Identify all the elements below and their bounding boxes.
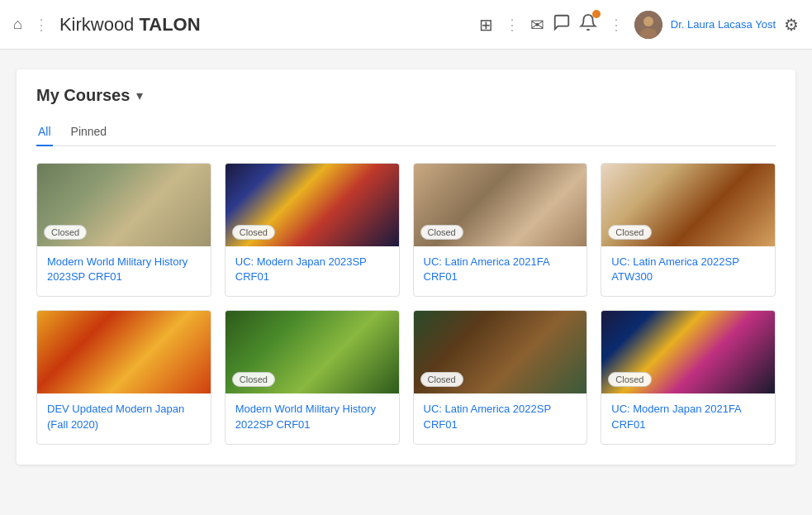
- content-card: My Courses ▾ All Pinned ClosedModern Wor…: [17, 69, 795, 465]
- home-icon[interactable]: ⌂: [13, 16, 22, 33]
- avatar[interactable]: [634, 11, 662, 39]
- header-left: ⌂ ⋮ Kirkwood TALON: [13, 14, 201, 36]
- course-card[interactable]: ClosedUC: Modern Japan 2023SP CRF01: [225, 163, 400, 297]
- course-card[interactable]: ClosedModern World Military History 2023…: [36, 163, 211, 297]
- course-name[interactable]: UC: Modern Japan 2023SP CRF01: [235, 255, 389, 284]
- course-card[interactable]: ClosedUC: Latin America 2022SP CRF01: [413, 310, 588, 444]
- app-header: ⌂ ⋮ Kirkwood TALON ⊞ ⋮ ✉ ⋮: [0, 0, 812, 50]
- logo-bold: TALON: [139, 14, 200, 35]
- status-badge: Closed: [232, 372, 275, 387]
- course-info: Modern World Military History 2022SP CRF…: [226, 393, 399, 443]
- course-name[interactable]: Modern World Military History 2022SP CRF…: [235, 402, 389, 432]
- courses-title: My Courses: [36, 86, 130, 105]
- header-divider-2: ⋮: [505, 16, 519, 34]
- course-thumbnail: Closed: [414, 311, 587, 393]
- course-info: UC: Latin America 2022SP ATW300: [601, 246, 775, 296]
- course-card[interactable]: ClosedModern World Military History 2022…: [225, 310, 400, 444]
- course-card[interactable]: ClosedUC: Latin America 2021FA CRF01: [413, 163, 588, 297]
- logo-light: Kirkwood: [59, 14, 140, 35]
- thumbnail-image: [37, 311, 211, 393]
- status-badge: Closed: [608, 372, 651, 387]
- course-info: DEV Updated Modern Japan (Fall 2020): [37, 393, 211, 443]
- tab-pinned[interactable]: Pinned: [69, 118, 109, 146]
- courses-header: My Courses ▾: [36, 86, 776, 105]
- courses-dropdown-icon[interactable]: ▾: [136, 88, 143, 103]
- course-info: Modern World Military History 2023SP CRF…: [37, 246, 211, 296]
- chat-icon[interactable]: [553, 13, 571, 36]
- tab-all[interactable]: All: [36, 118, 53, 146]
- mail-icon[interactable]: ✉: [530, 15, 544, 35]
- notification-badge: [592, 10, 601, 18]
- grid-icon[interactable]: ⊞: [479, 15, 493, 35]
- status-badge: Closed: [44, 225, 87, 240]
- course-thumbnail: Closed: [601, 164, 775, 246]
- status-badge: Closed: [232, 225, 275, 240]
- course-card[interactable]: ClosedUC: Latin America 2022SP ATW300: [601, 163, 776, 297]
- course-card[interactable]: ClosedUC: Modern Japan 2021FA CRF01: [601, 310, 776, 444]
- course-thumbnail: Closed: [37, 164, 211, 246]
- course-name[interactable]: UC: Latin America 2022SP CRF01: [424, 402, 577, 432]
- settings-icon[interactable]: ⚙: [784, 15, 799, 35]
- course-info: UC: Latin America 2022SP CRF01: [414, 393, 587, 443]
- course-name[interactable]: UC: Modern Japan 2021FA CRF01: [611, 402, 765, 432]
- main-content: My Courses ▾ All Pinned ClosedModern Wor…: [0, 50, 812, 484]
- user-name[interactable]: Dr. Laura Lacasa Yost: [671, 18, 776, 31]
- course-name[interactable]: DEV Updated Modern Japan (Fall 2020): [47, 402, 201, 432]
- header-right: ⊞ ⋮ ✉ ⋮ Dr. Laura Lacasa Yost ⚙: [479, 11, 799, 39]
- course-tabs: All Pinned: [36, 118, 776, 146]
- course-info: UC: Modern Japan 2021FA CRF01: [601, 393, 775, 443]
- course-name[interactable]: Modern World Military History 2023SP CRF…: [47, 255, 201, 284]
- course-thumbnail: [37, 311, 211, 393]
- notification-icon[interactable]: [579, 13, 597, 36]
- svg-point-1: [643, 17, 653, 26]
- course-thumbnail: Closed: [226, 311, 399, 393]
- courses-grid: ClosedModern World Military History 2023…: [36, 163, 776, 445]
- status-badge: Closed: [608, 225, 651, 240]
- status-badge: Closed: [420, 225, 463, 240]
- course-info: UC: Modern Japan 2023SP CRF01: [226, 246, 399, 296]
- course-card[interactable]: DEV Updated Modern Japan (Fall 2020): [36, 310, 211, 444]
- status-badge: Closed: [420, 372, 463, 387]
- course-info: UC: Latin America 2021FA CRF01: [414, 246, 587, 296]
- course-thumbnail: Closed: [601, 311, 775, 393]
- course-thumbnail: Closed: [414, 164, 587, 246]
- course-thumbnail: Closed: [226, 164, 399, 246]
- course-name[interactable]: UC: Latin America 2022SP ATW300: [611, 255, 765, 284]
- header-divider-3: ⋮: [609, 16, 623, 34]
- header-divider-left: ⋮: [34, 16, 48, 34]
- course-name[interactable]: UC: Latin America 2021FA CRF01: [424, 255, 577, 284]
- app-logo: Kirkwood TALON: [59, 14, 201, 36]
